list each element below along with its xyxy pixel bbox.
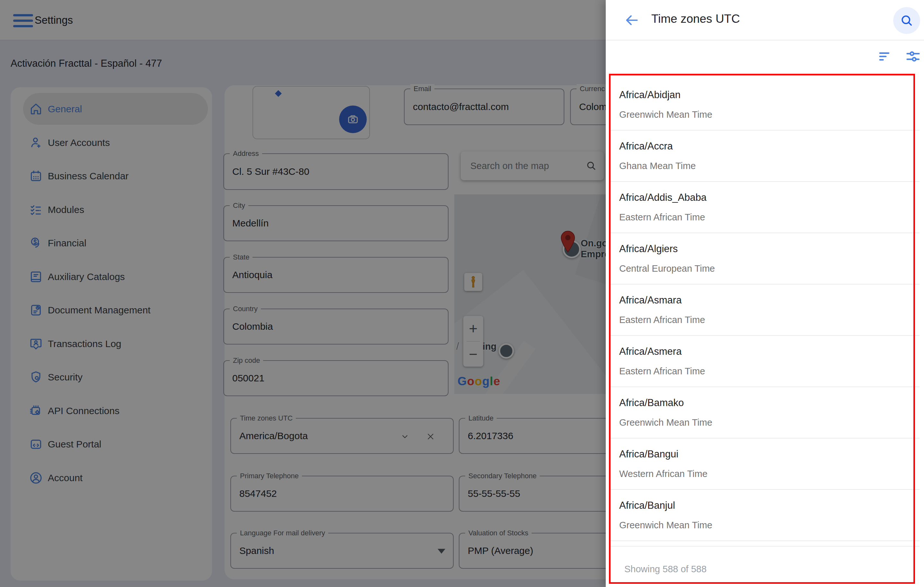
result-count: Showing 588 of 588: [624, 564, 919, 574]
timezone-option[interactable]: Africa/Addis_Ababa Eastern African Time: [610, 182, 919, 233]
panel-header: Time zones UTC: [606, 0, 924, 40]
timezone-option[interactable]: Africa/Algiers Central European Time: [610, 233, 919, 285]
screen: Settings Activación Fracttal - Español -…: [0, 0, 924, 587]
timezone-option[interactable]: Africa/Bangui Western African Time: [610, 439, 919, 490]
timezone-option[interactable]: Africa/Accra Ghana Mean Time: [610, 130, 919, 182]
list-footer: Showing 588 of 588: [610, 546, 919, 587]
tune-filters-icon[interactable]: [905, 48, 921, 65]
timezone-list: Africa/Abidjan Greenwich Mean Time Afric…: [610, 75, 919, 541]
back-arrow-icon[interactable]: [624, 12, 640, 28]
timezone-option[interactable]: Africa/Banjul Greenwich Mean Time: [610, 490, 919, 541]
panel-title: Time zones UTC: [651, 12, 740, 26]
timezone-option[interactable]: Africa/Asmera Eastern African Time: [610, 336, 919, 387]
search-icon: [899, 13, 914, 28]
timezone-option[interactable]: Africa/Bamako Greenwich Mean Time: [610, 387, 919, 439]
sort-filter-icon[interactable]: [877, 48, 894, 65]
panel-search-button[interactable]: [893, 7, 920, 34]
timezone-option[interactable]: Africa/Abidjan Greenwich Mean Time: [610, 79, 919, 130]
timezone-picker-panel: Time zones UTC Africa/Abidjan Greenwich …: [606, 0, 924, 587]
timezone-option[interactable]: Africa/Asmara Eastern African Time: [610, 285, 919, 336]
